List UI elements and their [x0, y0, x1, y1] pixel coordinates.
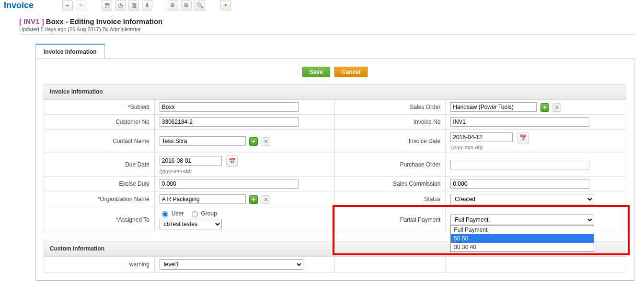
clear-icon[interactable]: ✕: [262, 195, 270, 204]
label-partial-payment: Partial Payment: [400, 216, 441, 223]
custom-info-table: warning level1: [44, 256, 626, 273]
assigned-type-group-label: Group: [201, 210, 217, 217]
invoice-date-input[interactable]: [450, 132, 513, 142]
edit-icon[interactable]: ✎: [76, 0, 86, 11]
invoice-info-table: *Subject Sales Order + ✕ Customer No Inv…: [44, 99, 626, 232]
org-name-input[interactable]: [160, 194, 246, 204]
dropdown-option[interactable]: 30 30 40: [451, 243, 594, 251]
cancel-button[interactable]: Cancel: [334, 67, 368, 77]
list-icon[interactable]: ▤: [102, 0, 112, 11]
calendar-icon[interactable]: 📅: [226, 155, 238, 167]
add-icon[interactable]: +: [249, 137, 258, 146]
assigned-type-user-radio[interactable]: [162, 211, 168, 217]
label-customer-no: Customer No: [115, 119, 150, 125]
customer-no-input[interactable]: [160, 117, 299, 127]
section-invoice-info: Invoice Information: [44, 84, 626, 99]
label-assigned-to: Assigned To: [118, 216, 150, 223]
clock-icon[interactable]: ◷: [115, 0, 126, 11]
partial-payment-dropdown[interactable]: Full Payment50 5030 30 40: [450, 225, 594, 252]
label-invoice-date: Invoice Date: [409, 138, 441, 144]
add-icon[interactable]: +: [540, 103, 549, 112]
calendar-icon[interactable]: 📅: [518, 132, 529, 143]
label-status: Status: [424, 196, 440, 203]
due-date-input[interactable]: [160, 156, 222, 166]
record-header: [ INV1 ] Boxx - Editing Invoice Informat…: [19, 17, 634, 25]
tab-invoice-information[interactable]: Invoice Information: [35, 44, 105, 59]
record-title: Boxx - Editing Invoice Information: [46, 17, 162, 25]
purchase-order-input[interactable]: [450, 160, 589, 169]
sales-order-input[interactable]: [450, 102, 537, 112]
label-excise-duty: Excise Duty: [119, 180, 149, 187]
doc-add-icon[interactable]: 🗎: [181, 0, 192, 11]
label-warning: warning: [129, 261, 150, 268]
contact-name-input[interactable]: [160, 136, 246, 146]
download-icon[interactable]: ⬇: [142, 0, 152, 11]
page-title[interactable]: Invoice: [4, 0, 34, 11]
label-org-name: Organization Name: [100, 196, 149, 203]
calc-icon[interactable]: ▥: [128, 0, 139, 11]
label-sales-commission: Sales Commission: [393, 180, 440, 187]
toolbar: ＋ ✎ ▤ ◷ ▥ ⬇ 🗎 🗎 🔍 ✦: [62, 0, 231, 11]
subject-input[interactable]: [160, 102, 299, 112]
partial-payment-select[interactable]: Full Payment: [450, 214, 594, 225]
label-sales-order: Sales Order: [410, 104, 440, 110]
date-format-hint: (yyyy-mm-dd): [160, 168, 330, 174]
dropdown-option[interactable]: 50 50: [451, 234, 594, 243]
dropdown-option[interactable]: Full Payment: [451, 226, 594, 234]
form-panel: Save Cancel Invoice Information *Subject…: [35, 59, 634, 281]
label-due-date: Due Date: [125, 161, 150, 168]
status-select[interactable]: Created: [450, 194, 594, 204]
add-icon[interactable]: ＋: [62, 0, 73, 11]
record-code: [ INV1 ]: [19, 17, 44, 25]
clear-icon[interactable]: ✕: [262, 137, 270, 146]
label-contact-name: Contact Name: [113, 138, 150, 144]
assigned-to-select[interactable]: cbTest testes: [160, 219, 222, 229]
clear-icon[interactable]: ✕: [552, 103, 561, 112]
assigned-type-user-label: User: [172, 210, 184, 217]
warning-select[interactable]: level1: [160, 259, 303, 270]
excise-duty-input[interactable]: [160, 179, 299, 189]
search-doc-icon[interactable]: 🔍: [195, 0, 205, 11]
doc-icon[interactable]: 🗎: [168, 0, 178, 11]
label-invoice-no: Invoice No: [414, 119, 441, 125]
sales-commission-input[interactable]: [450, 179, 589, 189]
save-button[interactable]: Save: [302, 67, 330, 77]
assigned-type-group-radio[interactable]: [192, 211, 198, 217]
tools-icon[interactable]: ✦: [220, 0, 231, 11]
date-format-hint: (yyyy-mm-dd): [450, 144, 621, 150]
record-meta: Updated 5 days ago (26 Aug 2017) By Admi…: [19, 26, 634, 35]
invoice-no-input[interactable]: [450, 117, 589, 127]
label-purchase-order: Purchase Order: [400, 161, 441, 168]
add-icon[interactable]: +: [249, 195, 258, 204]
label-subject: Subject: [130, 104, 150, 110]
